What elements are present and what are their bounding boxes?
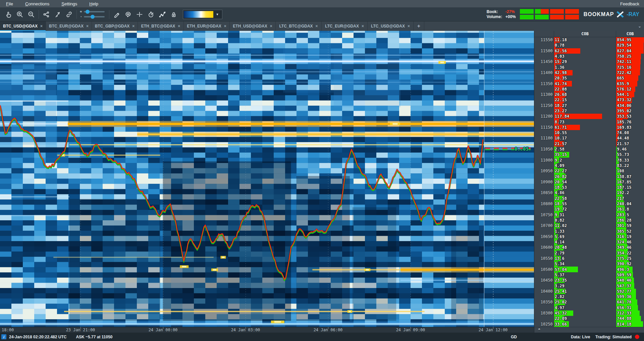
cob-size-cell[interactable]: 22.09	[554, 316, 616, 321]
depth-row[interactable]: 1055013.6375.25	[534, 256, 644, 261]
tab-close-icon[interactable]: ×	[132, 24, 135, 29]
depth-row[interactable]: 8.73185.76	[534, 119, 644, 124]
cob-cumulative-cell[interactable]: 21.57	[616, 141, 644, 147]
cob-size-cell[interactable]: 22.58	[554, 196, 616, 201]
cob-size-cell[interactable]: 10.55	[554, 130, 616, 135]
menu-file[interactable]: File	[0, 1, 19, 6]
depth-row[interactable]: 1130026.68544.1	[534, 92, 644, 97]
cob-size-cell[interactable]: 19.72	[554, 207, 616, 212]
depth-row[interactable]: 26.82138.87	[534, 174, 644, 179]
share-icon[interactable]	[41, 9, 52, 20]
menu-connections[interactable]: Connections	[19, 1, 55, 6]
depth-row[interactable]: 4.0983.22	[534, 163, 644, 168]
cob-cumulative-cell[interactable]: 656.31	[616, 305, 644, 310]
add-tab-button[interactable]: +	[414, 21, 424, 31]
cob-size-cell[interactable]: 117.84	[554, 114, 616, 119]
cob-size-cell[interactable]: 2.79	[554, 250, 616, 256]
depth-row[interactable]: 22.09744.88	[534, 316, 644, 321]
cob-cumulative-cell[interactable]: 349.46	[616, 245, 644, 250]
depth-row[interactable]: 1155011.18854.95	[534, 37, 644, 43]
cob-cumulative-cell[interactable]: 44.48	[616, 135, 644, 141]
tab-btc-gbp-gdax[interactable]: BTC_GBP@GDAX×	[92, 21, 138, 31]
info-icon[interactable]: i	[1, 334, 6, 339]
tab-eth-usd-gdax[interactable]: ETH_USD@GDAX×	[230, 21, 276, 31]
colormap-dropdown[interactable]: ▼	[183, 10, 222, 19]
tab-ltc-btc-gdax[interactable]: LTC_BTC@GDAX×	[276, 21, 322, 31]
depth-row[interactable]: 4.14324.46	[534, 239, 644, 245]
tab-close-icon[interactable]: ×	[408, 24, 410, 29]
depth-row[interactable]: 0.78829.54	[534, 43, 644, 48]
cob-cumulative-cell[interactable]: 750.25	[616, 54, 644, 59]
orderbook-heatmap-chart[interactable]	[0, 31, 534, 327]
cob-size-cell[interactable]: 13.6	[554, 256, 616, 261]
cob-size-cell[interactable]: 23.35	[554, 278, 616, 283]
brightness-slider[interactable]	[84, 11, 105, 12]
tab-btc-eur-gdax[interactable]: BTC_EUR@GDAX×	[46, 21, 92, 31]
cob-cumulative-cell[interactable]: 375.25	[616, 256, 644, 261]
cob-size-cell[interactable]: 5.34	[554, 261, 616, 267]
depth-row[interactable]: 10.5574.08	[534, 130, 644, 135]
menu-settings[interactable]: Settings	[55, 1, 83, 6]
depth-row[interactable]: 21.5721.57	[534, 141, 644, 147]
depth-row[interactable]: 19.72261.8	[534, 207, 644, 212]
depth-row[interactable]: 108504.86192.2	[534, 190, 644, 195]
pencil-draw-icon[interactable]	[111, 9, 122, 20]
depth-row[interactable]: 1045023.35540.46	[534, 278, 644, 283]
tab-close-icon[interactable]: ×	[86, 24, 89, 29]
cob-size-cell[interactable]: 4.86	[554, 190, 616, 195]
depth-row[interactable]: 20.35665	[534, 75, 644, 81]
cob-cumulative-cell[interactable]: 547.37	[616, 283, 644, 288]
depth-row[interactable]: 5.37509.59	[534, 272, 644, 278]
cob-cumulative-cell[interactable]: 744.88	[616, 316, 644, 321]
cob-cumulative-cell[interactable]: 544.1	[616, 92, 644, 97]
cob-cumulative-cell[interactable]: 78.33	[616, 158, 644, 163]
depth-row[interactable]: 23.27395.02	[534, 108, 644, 114]
depth-row[interactable]: 5.34390.92	[534, 261, 644, 267]
stopwatch-icon[interactable]	[145, 9, 157, 20]
cob-size-cell[interactable]: 5.69	[554, 234, 616, 239]
cob-cumulative-cell[interactable]: 473.32	[616, 97, 644, 103]
tab-close-icon[interactable]: ×	[270, 24, 272, 29]
cob-cumulative-cell[interactable]: 283.5	[616, 212, 644, 218]
cob-cumulative-cell[interactable]: 324.46	[616, 239, 644, 245]
depth-row[interactable]: 106505.69316.19	[534, 234, 644, 239]
cob-size-cell[interactable]: 20.35	[554, 75, 616, 81]
depth-row[interactable]: 1060020.48349.46	[534, 245, 644, 250]
cob-cumulative-cell[interactable]: 354.22	[616, 250, 644, 256]
cob-size-cell[interactable]: 22.27	[554, 168, 616, 174]
cob-cumulative-cell[interactable]: 592.77	[616, 289, 644, 294]
cob-size-cell[interactable]: 11.02	[554, 223, 616, 228]
cob-size-cell[interactable]: 4.03	[554, 54, 616, 59]
cob-cumulative-cell[interactable]: 9.46	[616, 147, 644, 152]
cob-size-cell[interactable]: 61.71	[554, 125, 616, 130]
depth-row[interactable]: 22.58217	[534, 196, 644, 201]
depth-row[interactable]: 35.1555.73	[534, 152, 644, 157]
depth-row[interactable]: 1040025.41592.77	[534, 289, 644, 294]
depth-row[interactable]: 1.36725.16	[534, 64, 644, 70]
quill-annotation-icon[interactable]	[52, 9, 63, 20]
cob-size-cell[interactable]: 18.27	[554, 103, 616, 108]
cob-size-cell[interactable]: 4.09	[554, 163, 616, 168]
cob-cumulative-cell[interactable]: 316.19	[616, 234, 644, 239]
cob-cumulative-cell[interactable]: 185.76	[616, 119, 644, 124]
cob-size-cell[interactable]: 26.82	[554, 174, 616, 179]
cob-size-cell[interactable]: 26.68	[554, 92, 616, 97]
tab-eth-btc-gdax[interactable]: ETH_BTC@GDAX×	[138, 21, 184, 31]
cob-size-cell[interactable]: 18.55	[554, 201, 616, 207]
cob-cumulative-cell[interactable]: 829.54	[616, 43, 644, 48]
cob-size-cell[interactable]: 22.08	[554, 87, 616, 92]
cob-size-cell[interactable]: 18.53	[554, 185, 616, 190]
cob-cumulative-cell[interactable]: 217	[616, 196, 644, 201]
contrast-slider[interactable]	[84, 16, 105, 17]
depth-row[interactable]: 4.97656.31	[534, 305, 644, 310]
depth-row[interactable]: 1135041.74635.9	[534, 81, 644, 86]
cob-cumulative-cell[interactable]: 434.06	[616, 103, 644, 108]
cob-cumulative-cell[interactable]: 261.8	[616, 207, 644, 212]
depth-row[interactable]: 110009.278.33	[534, 158, 644, 163]
trade-path-icon[interactable]	[157, 9, 168, 20]
cob-cumulative-cell[interactable]: 390.92	[616, 261, 644, 267]
crosshair-icon[interactable]	[134, 9, 145, 20]
depth-row[interactable]: 1070011.02301.59	[534, 223, 644, 228]
zoom-in-icon[interactable]	[14, 9, 25, 20]
cob-cumulative-cell[interactable]: 742.11	[616, 59, 644, 64]
